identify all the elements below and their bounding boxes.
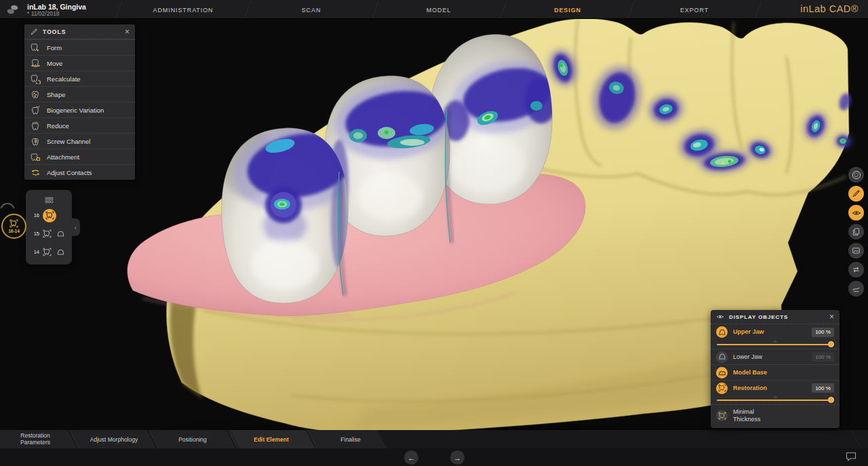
bracket-tooth-icon[interactable] <box>43 229 52 238</box>
nav-divider <box>245 1 252 18</box>
pen-tool-icon <box>30 28 38 36</box>
bracket-tooth-icon[interactable] <box>43 248 52 256</box>
crown-cap-icon[interactable] <box>56 248 65 256</box>
step-divider <box>147 430 157 448</box>
attachment-icon <box>31 152 41 162</box>
tool-item-label: Screw Channel <box>47 138 90 145</box>
step-adjust-morphology[interactable]: Adjust Morphology <box>85 435 143 443</box>
tooth-chart-icon <box>26 190 72 206</box>
right-toolbar <box>848 167 864 296</box>
nav-divider <box>628 1 635 18</box>
tool-item-attachment[interactable]: Attachment <box>24 149 135 164</box>
tools-panel-header: TOOLS × <box>24 24 135 39</box>
next-step-button[interactable]: → <box>450 450 465 465</box>
tool-item-label: Reduce <box>47 122 69 130</box>
restoration-range-label: 16-14 <box>8 229 20 233</box>
nav-divider <box>116 1 123 18</box>
display-row-minimal-thickness[interactable]: Minimal Thickness <box>711 404 840 426</box>
tab-administration[interactable]: ADMINISTRATION <box>153 7 214 14</box>
slider-handle[interactable] <box>828 341 834 347</box>
tooth-number: 15 <box>31 231 39 237</box>
lower-jaw-icon <box>716 351 728 363</box>
display-row-label: Model Base <box>733 369 834 376</box>
tool-item-form[interactable]: Form <box>24 39 135 55</box>
step-divider <box>69 430 79 448</box>
tools-panel: TOOLS × Form Move Recalculate Shape Biog… <box>24 24 135 180</box>
nav-divider <box>500 1 507 18</box>
display-objects-title: DISPLAY OBJECTS <box>729 314 829 320</box>
slider-track <box>717 344 832 345</box>
display-row-label: Lower Jaw <box>733 353 812 361</box>
recalculate-tooth-icon <box>31 74 41 84</box>
tool-item-recalculate[interactable]: Recalculate <box>24 71 135 86</box>
workflow-steps-bar: Restoration Parameters Adjust Morphology… <box>0 430 868 448</box>
opacity-value: 100 % <box>812 352 834 362</box>
chat-bubble-icon[interactable] <box>846 452 857 462</box>
brand-logotype: inLab CAD® <box>800 3 859 14</box>
tool-item-label: Recalculate <box>47 75 81 83</box>
tooth-row-15[interactable]: 15 <box>26 225 72 243</box>
tool-item-reduce[interactable]: Reduce <box>24 117 135 133</box>
gingiva-wave-icon[interactable] <box>848 281 864 296</box>
step-finalise[interactable]: Finalise <box>321 435 380 443</box>
tab-model[interactable]: MODEL <box>427 7 452 14</box>
restoration-range-badge[interactable]: 16-14 <box>1 214 26 239</box>
tooth-row-16[interactable]: 16 <box>26 206 72 225</box>
restoration-opacity-slider[interactable] <box>716 395 834 404</box>
copy-objects-icon[interactable] <box>848 224 864 239</box>
tab-design[interactable]: DESIGN <box>554 7 581 14</box>
display-row-upper-jaw[interactable]: Upper Jaw 100 % <box>711 324 840 340</box>
display-row-label: Upper Jaw <box>733 328 812 336</box>
tool-item-biogeneric-variation[interactable]: Biogeneric Variation <box>24 102 135 117</box>
slider-caret-icon <box>772 395 778 398</box>
swap-arrows-icon[interactable] <box>848 262 864 277</box>
model-base-icon <box>716 367 728 378</box>
tool-item-shape[interactable]: Shape <box>24 86 135 102</box>
slider-handle[interactable] <box>828 397 834 403</box>
slider-track <box>717 400 832 401</box>
close-icon[interactable]: × <box>829 313 834 321</box>
step-positioning[interactable]: Positioning <box>163 435 222 443</box>
eye-icon <box>716 313 724 321</box>
tooth-circle-icon[interactable] <box>848 167 864 182</box>
collapse-chevron-icon[interactable]: ‹ <box>71 218 80 236</box>
minimal-thickness-icon <box>716 410 728 421</box>
display-row-label: Restoration <box>733 385 812 392</box>
tooth-number: 16 <box>31 212 39 218</box>
pen-tool-icon[interactable] <box>848 186 864 201</box>
eye-icon[interactable] <box>848 205 864 220</box>
close-icon[interactable]: × <box>125 28 130 36</box>
crown-cap-icon[interactable] <box>56 229 65 238</box>
form-tooth-cursor-icon <box>31 43 41 53</box>
back-step-button[interactable]: ← <box>404 450 418 465</box>
tool-item-label: Biogeneric Variation <box>47 106 104 114</box>
window-view-icon[interactable] <box>848 243 864 258</box>
tools-panel-title: TOOLS <box>43 28 125 35</box>
bracket-tooth-icon <box>9 219 18 228</box>
step-restoration-parameters[interactable]: Restoration Parameters <box>6 432 64 446</box>
app-window: inLab 18, Gingiva * 11/02/2018 ADMINISTR… <box>0 0 868 466</box>
display-row-lower-jaw[interactable]: Lower Jaw 100 % <box>711 349 840 364</box>
workflow-steps-strip: Restoration Parameters Adjust Morphology… <box>0 430 392 448</box>
bottom-navigation-strip: ← → <box>0 448 868 466</box>
adjust-contacts-icon <box>31 168 41 178</box>
tooth-16-selected-button[interactable] <box>43 209 56 222</box>
opacity-value: 100 % <box>812 383 834 393</box>
sirona-logo-icon <box>5 3 20 16</box>
step-divider <box>68 430 78 448</box>
display-row-model-base[interactable]: Model Base <box>711 364 840 380</box>
upper-jaw-opacity-slider[interactable] <box>716 340 834 349</box>
tool-item-label: Attachment <box>47 153 79 161</box>
tab-scan[interactable]: SCAN <box>302 7 321 14</box>
biogeneric-variation-icon <box>31 105 41 115</box>
tab-export[interactable]: EXPORT <box>680 7 709 14</box>
step-edit-element[interactable]: Edit Element <box>242 435 300 443</box>
tool-item-move[interactable]: Move <box>24 55 135 71</box>
screw-channel-icon <box>31 136 41 147</box>
tool-item-screw-channel[interactable]: Screw Channel <box>24 133 135 149</box>
case-date: * 11/02/2018 <box>27 11 86 18</box>
tool-item-label: Shape <box>47 91 65 98</box>
tool-item-adjust-contacts[interactable]: Adjust Contacts <box>24 164 135 180</box>
tooth-row-14[interactable]: 14 <box>26 243 72 261</box>
display-row-restoration[interactable]: Restoration 100 % <box>711 380 840 395</box>
